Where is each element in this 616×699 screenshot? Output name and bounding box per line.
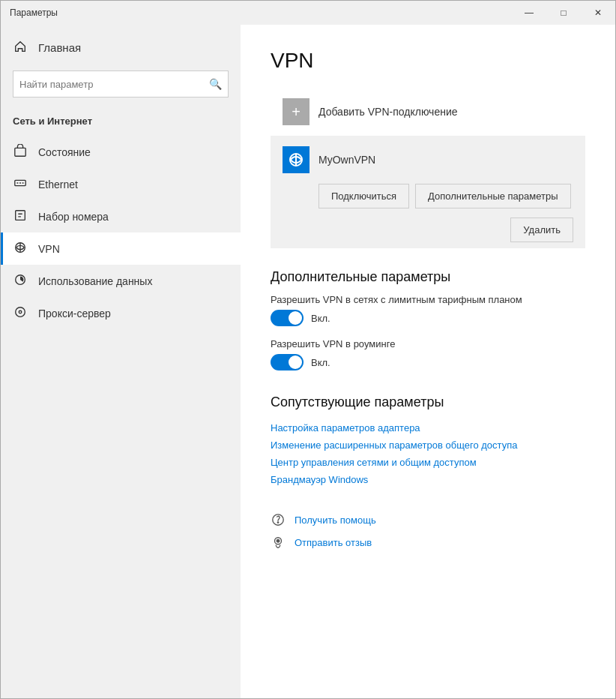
svg-point-5 — [16, 308, 25, 317]
sidebar-label-data-usage: Использование данных — [38, 275, 152, 287]
advanced-settings-button[interactable]: Дополнительные параметры — [415, 184, 571, 208]
svg-point-9 — [277, 522, 278, 523]
link-sharing-settings[interactable]: Изменение расширенных параметров общего … — [271, 436, 585, 454]
add-vpn-button[interactable]: + Добавить VPN-подключение — [271, 88, 585, 136]
add-vpn-label: Добавить VPN-подключение — [318, 106, 458, 118]
send-feedback-item[interactable]: Отправить отзыв — [271, 535, 585, 550]
sidebar-item-data-usage[interactable]: Использование данных — [1, 265, 241, 297]
window-title: Параметры — [10, 8, 58, 18]
roaming-label: Разрешить VPN в роуминге — [271, 338, 585, 350]
sidebar-label-proxy: Прокси-сервер — [38, 308, 111, 320]
home-label: Главная — [38, 41, 81, 54]
content-area: Главная 🔍 Сеть и Интернет Состояние — [1, 25, 615, 698]
setting-metered: Разрешить VPN в сетях с лимитным тарифны… — [271, 294, 585, 326]
plus-icon: + — [283, 98, 309, 125]
metered-toggle[interactable] — [271, 310, 304, 326]
connect-button[interactable]: Подключиться — [318, 184, 409, 208]
sidebar-item-status[interactable]: Состояние — [1, 136, 241, 168]
link-adapter-settings[interactable]: Настройка параметров адаптера — [271, 419, 585, 436]
status-icon — [13, 144, 28, 160]
link-network-center[interactable]: Центр управления сетями и общим доступом — [271, 454, 585, 471]
sidebar-label-status: Состояние — [38, 146, 91, 158]
search-icon: 🔍 — [209, 78, 222, 90]
help-section: Получить помощь Отправить отзыв — [271, 512, 585, 550]
metered-toggle-row: Вкл. — [271, 310, 585, 326]
maximize-button[interactable]: □ — [546, 1, 581, 25]
vpn-logo — [283, 146, 309, 173]
dialup-icon — [13, 208, 28, 224]
sidebar-home-item[interactable]: Главная — [1, 31, 241, 64]
sidebar-label-ethernet: Ethernet — [38, 178, 78, 190]
advanced-section-title: Дополнительные параметры — [271, 269, 585, 285]
roaming-toggle-label: Вкл. — [311, 357, 330, 368]
svg-rect-2 — [16, 211, 25, 220]
vpn-name: MyOwnVPN — [318, 154, 375, 166]
sidebar-item-ethernet[interactable]: Ethernet — [1, 168, 241, 200]
search-input[interactable] — [19, 79, 209, 90]
svg-point-11 — [277, 539, 280, 542]
home-icon — [13, 40, 28, 56]
vpn-entry-header: MyOwnVPN — [271, 136, 585, 184]
search-box[interactable]: 🔍 — [13, 70, 229, 98]
metered-label: Разрешить VPN в сетях с лимитным тарифны… — [271, 294, 585, 305]
settings-window: Параметры — □ ✕ Главная 🔍 — [0, 0, 616, 699]
help-icon — [271, 512, 286, 527]
feedback-icon — [271, 535, 286, 550]
metered-toggle-label: Вкл. — [311, 313, 330, 324]
close-button[interactable]: ✕ — [581, 1, 615, 25]
data-usage-icon — [13, 273, 28, 289]
link-firewall[interactable]: Брандмауэр Windows — [271, 471, 585, 488]
get-help-item[interactable]: Получить помощь — [271, 512, 585, 527]
roaming-toggle[interactable] — [271, 354, 304, 370]
page-title: VPN — [271, 49, 585, 73]
main-content: VPN + Добавить VPN-подключение MyOw — [241, 25, 615, 698]
sidebar-section-title: Сеть и Интернет — [1, 110, 241, 133]
vpn-action-buttons: Подключиться Дополнительные параметры — [271, 184, 585, 214]
vpn-delete-row: Удалить — [271, 214, 585, 248]
window-controls: — □ ✕ — [512, 1, 615, 25]
ethernet-icon — [13, 176, 28, 192]
titlebar: Параметры — □ ✕ — [1, 1, 615, 25]
svg-point-6 — [19, 310, 22, 314]
roaming-toggle-row: Вкл. — [271, 354, 585, 370]
sidebar-item-dialup[interactable]: Набор номера — [1, 200, 241, 232]
minimize-button[interactable]: — — [512, 1, 546, 25]
sidebar: Главная 🔍 Сеть и Интернет Состояние — [1, 25, 241, 698]
proxy-icon — [13, 305, 28, 321]
sidebar-label-vpn: VPN — [38, 243, 60, 255]
sidebar-item-proxy[interactable]: Прокси-сервер — [1, 297, 241, 329]
sidebar-item-vpn[interactable]: VPN — [1, 232, 241, 265]
setting-roaming: Разрешить VPN в роуминге Вкл. — [271, 338, 585, 370]
delete-button[interactable]: Удалить — [510, 218, 573, 242]
vpn-nav-icon — [13, 241, 28, 256]
vpn-entry: MyOwnVPN Подключиться Дополнительные пар… — [271, 136, 585, 248]
send-feedback-label: Отправить отзыв — [295, 537, 372, 548]
related-section-title: Сопутствующие параметры — [271, 394, 585, 410]
get-help-label: Получить помощь — [295, 514, 376, 526]
sidebar-label-dialup: Набор номера — [38, 211, 109, 223]
svg-rect-0 — [15, 148, 25, 156]
